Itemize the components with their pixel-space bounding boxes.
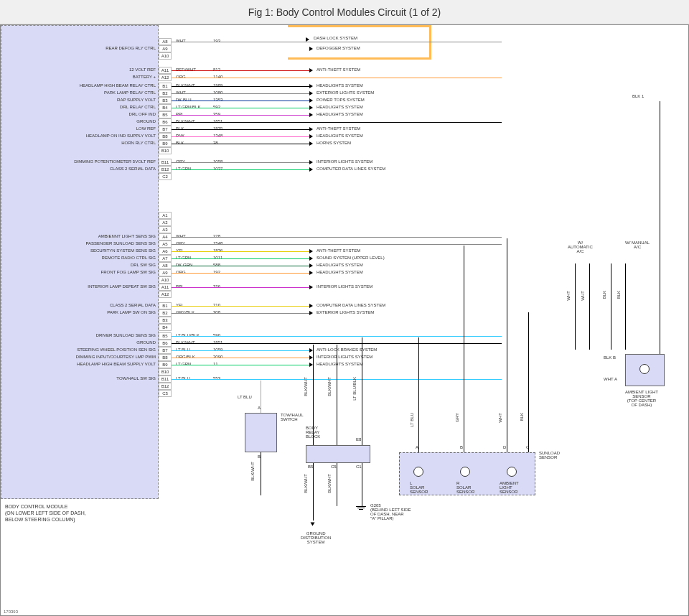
pin-B1: B1 [159, 302, 172, 309]
color-A12: ORG [176, 75, 186, 79]
dest-B9: HORNS SYSTEM [317, 141, 351, 145]
ambient-label: AMBIENT LIGHT SENSOR (TOP CENTER OF DASH… [625, 390, 658, 407]
wire-B8 [172, 358, 309, 358]
brb-c1: C1 [356, 465, 362, 469]
pin-B2: B2 [159, 90, 172, 97]
wire-B11 [172, 162, 309, 163]
g203-label: G203 (BEHIND LEFT SIDE OF DASH, NEAR "A"… [370, 503, 411, 521]
brb-c5: C5 [331, 465, 337, 469]
num-A9: 192 [213, 270, 220, 274]
signal-B5: DRIVER SUNLOAD SENS SIG [96, 333, 156, 337]
pin-B7: B7 [159, 347, 172, 354]
dest-A8: HEADLIGHTS SYSTEM [317, 263, 363, 267]
color-B8: PNK [176, 134, 184, 138]
pin-B4: B4 [159, 324, 172, 331]
num-B7: 1059 [213, 347, 222, 352]
dest-B3: POWER TOPS SYSTEM [317, 98, 365, 102]
signal-B9: HEADLAMP HIGH BEAM SUPPLY VOLT [77, 362, 156, 366]
num-A7: 1011 [213, 256, 222, 260]
sun-va: LT BLU [410, 413, 414, 427]
signal-B2: PARK LAMP SW ON SIG [107, 310, 156, 314]
pre-dest-1: DASH LOCK SYSTEM [314, 36, 357, 40]
dest-B7: ANTI-THEFT SYSTEM [317, 126, 360, 131]
brb-dn1: BLK/WHT [304, 474, 308, 493]
signal-B1: HEADLAMP HIGH BEAM RELAY CTRL [80, 83, 156, 88]
wire-A8 [172, 266, 309, 266]
arrow-A11 [309, 285, 313, 289]
color-B11: GRY [176, 159, 185, 164]
signal-B11: DIMMING POTENTIOMETER 5VOLT REF [74, 159, 156, 164]
signal-B8: HEADLAMP ON IND SUPPLY VOLT [86, 134, 156, 138]
pin-B6: B6 [159, 118, 172, 126]
color-B8: ORG/BLK [176, 355, 195, 359]
r-solar-diode [460, 467, 470, 477]
wire-B2 [172, 93, 309, 94]
dest-B7: ANTI-LOCK BRAKES SYSTEM [317, 347, 377, 352]
arrow-B1 [309, 304, 313, 308]
ac-v2: WHT [581, 291, 585, 301]
color-B4: LT GRN/BLK [176, 105, 200, 109]
ac-v4: BLK [617, 291, 621, 299]
pin-B5: B5 [159, 332, 172, 340]
ac-v3: BLK [602, 291, 606, 299]
gnd-dist-label: GROUND DISTRIBUTION SYSTEM [301, 531, 331, 544]
dest-B2: EXTERIOR LIGHTS SYSTEM [317, 310, 374, 314]
wire-B8 [172, 136, 309, 137]
arrow-B1 [309, 84, 313, 88]
wire-sun-b [464, 246, 464, 452]
ac-man-w2 [625, 263, 626, 350]
color-B6: BLK/WHT [176, 119, 195, 123]
pin-B11: B11 [159, 159, 172, 166]
pin-A3: A3 [159, 226, 172, 233]
signal-B7: STEERING WHEEL POSITION SEN SIG [77, 347, 156, 352]
dest-B8: INTERIOR LIGHTS SYSTEM [317, 355, 372, 359]
wire-A11 [172, 287, 309, 288]
dest-B12: COMPUTER DATA LINES SYSTEM [317, 167, 385, 171]
towhaul-b-color: BLK/WHT [250, 462, 255, 481]
color-B1: BLK/WHT [176, 83, 195, 88]
l-solar-label: L SOLAR SENSOR [410, 481, 428, 494]
ground-symbol [356, 506, 366, 510]
pin-A4: A4 [159, 233, 172, 241]
color-A11: PPL [176, 284, 184, 289]
pin-B9: B9 [159, 361, 172, 368]
arrow-B12 [309, 167, 313, 172]
color-B9: LT GRN [176, 362, 191, 366]
signal-B6: GROUND [136, 340, 156, 345]
wire-A7 [172, 258, 309, 259]
pin-A5: A5 [159, 241, 172, 248]
wire-brb-c1-dn [362, 463, 362, 506]
num-B7: 1835 [213, 126, 222, 131]
num-B6: 1851 [213, 119, 222, 123]
signal-A12: BATTERY + [133, 75, 156, 79]
num-B8: 2090 [213, 355, 222, 359]
color-B2: WHT [176, 90, 186, 95]
color-B7: BLK [176, 126, 184, 131]
wire-towhaul-a [261, 381, 261, 413]
pre-arrow-1 [306, 37, 309, 42]
signal-A11: 12 VOLT REF [129, 67, 156, 72]
ac-manual-label: W/ MANUAL A/C [625, 241, 650, 249]
signal-B3: RAP SUPPLY VOLT [117, 98, 156, 102]
ambient-diode [639, 364, 650, 374]
signal-A9: REAR DEFOG RLY CTRL [106, 46, 156, 50]
num-A6: 1836 [213, 248, 222, 253]
pin-B12: B12 [159, 383, 172, 390]
wiring-diagram: A8WHT193REAR DEFOG RLY CTRLA9DEFOGGER SY… [0, 24, 689, 616]
arrow-B5 [309, 113, 313, 117]
ac-auto-w1 [575, 263, 576, 350]
num-B6: 1851 [213, 340, 222, 345]
num-B12: 1037 [213, 167, 222, 171]
wire-brb-3 [362, 337, 362, 445]
wire-B2 [172, 313, 309, 314]
num-B11: 1058 [213, 159, 222, 164]
wire-A11 [172, 70, 309, 71]
pin-B12: B12 [159, 166, 172, 173]
page-title: Fig 1: Body Control Modules Circuit (1 o… [248, 6, 441, 18]
amb-light-diode [507, 467, 517, 477]
arrow-B7 [309, 127, 313, 131]
dest-A11: INTERIOR LIGHTS SYSTEM [317, 284, 372, 289]
num-A11: 812 [213, 67, 220, 72]
wire-B12 [172, 169, 309, 170]
num-B2: 1080 [213, 90, 222, 95]
